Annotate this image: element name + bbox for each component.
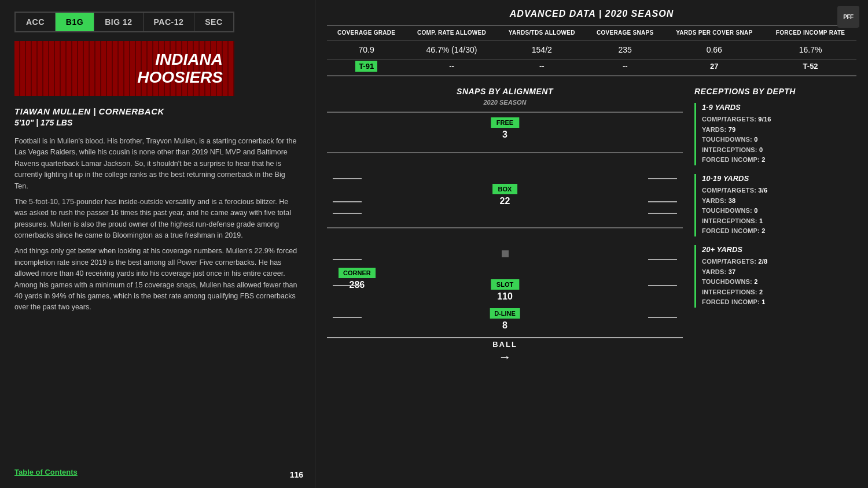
advanced-header: Advanced Data | 2020 Season: [327, 9, 856, 19]
bio-p1: Football is in Mullen's blood. His broth…: [14, 136, 300, 192]
rank-comp-rate: --: [406, 60, 497, 76]
val-coverage-grade: 70.9: [327, 40, 406, 60]
snaps-subtitle: 2020 SEASON: [327, 99, 683, 106]
col-yards-per-snap: YARDS PER COVER SNAP: [664, 25, 764, 40]
depth-group-1-9: 1-9 YARDS COMP/TARGETS: 9/16 YARDS: 79 T…: [694, 103, 856, 165]
tab-acc[interactable]: ACC: [16, 13, 56, 31]
stats-rank-row: T-91 -- -- -- 27 T-52: [327, 60, 856, 76]
player-info: TIAWAN MULLEN | CORNERBACK 5'10" | 175 L…: [14, 106, 300, 127]
depth-yards-1: YARDS: 79: [702, 125, 856, 135]
player-bio: Football is in Mullen's blood. His broth…: [14, 136, 300, 468]
val-yards-per-snap: 0.66: [664, 40, 764, 60]
depth-range-2: 10-19 YARDS: [702, 174, 856, 183]
depth-comp-3: COMP/TARGETS: 2/8: [702, 257, 856, 267]
align-slot: SLOT 110: [491, 279, 519, 302]
page-number: 116: [290, 470, 303, 479]
depth-range-3: 20+ YARDS: [702, 245, 856, 254]
team-banner: INDIANA HOOSIERS: [14, 41, 234, 96]
slot-label: SLOT: [491, 279, 519, 290]
corner-label: CORNER: [339, 268, 376, 278]
depth-fi-2: FORCED INCOMP: 2: [702, 226, 856, 236]
align-box: BOX 22: [492, 184, 518, 206]
snaps-section: SNAPS BY ALIGNMENT 2020 SEASON FREE 3: [327, 87, 683, 479]
col-comp-rate: COMP. RATE ALLOWED: [406, 25, 497, 40]
free-count: 3: [502, 130, 507, 140]
depth-int-2: INTERCEPTIONS: 1: [702, 216, 856, 227]
left-panel: ACC B1G BIG 12 PAC-12 SEC INDIANA HOOSIE…: [0, 0, 315, 488]
val-forced-incomp: 16.7%: [764, 40, 856, 60]
toc-link[interactable]: Table of Contents: [14, 468, 300, 476]
alignment-chart: FREE 3 BOX 22: [327, 112, 683, 360]
depth-td-1: TOUCHDOWNS: 0: [702, 135, 856, 145]
right-panel: PFF Advanced Data | 2020 Season COVERAGE…: [315, 0, 868, 488]
col-coverage-grade: COVERAGE GRADE: [327, 25, 406, 40]
depth-int-1: INTERCEPTIONS: 0: [702, 145, 856, 156]
align-free: FREE 3: [491, 117, 519, 140]
rank-yards-per-snap: 27: [664, 60, 764, 76]
depth-comp-2: COMP/TARGETS: 3/6: [702, 186, 856, 196]
val-yards-tds: 154/2: [498, 40, 586, 60]
bio-p3: And things only get better when looking …: [14, 246, 300, 313]
depth-fi-3: FORCED INCOMP: 1: [702, 297, 856, 308]
pff-logo: PFF: [837, 6, 859, 28]
team-name: INDIANA HOOSIERS: [137, 51, 234, 87]
val-coverage-snaps: 235: [586, 40, 664, 60]
align-corner: CORNER 286: [339, 268, 376, 290]
depth-td-2: TOUCHDOWNS: 0: [702, 206, 856, 216]
snaps-title: SNAPS BY ALIGNMENT: [327, 87, 683, 96]
depth-section: RECEPTIONS BY DEPTH 1-9 YARDS COMP/TARGE…: [694, 87, 856, 479]
free-label: FREE: [491, 117, 519, 128]
tab-big12[interactable]: BIG 12: [94, 13, 143, 31]
dline-count: 8: [502, 320, 507, 331]
box-label: BOX: [492, 184, 518, 194]
depth-comp-1: COMP/TARGETS: 9/16: [702, 114, 856, 125]
depth-group-20plus: 20+ YARDS COMP/TARGETS: 2/8 YARDS: 37 TO…: [694, 245, 856, 308]
depth-yards-3: YARDS: 37: [702, 267, 856, 278]
val-comp-rate: 46.7% (14/30): [406, 40, 497, 60]
ball-text: BALL: [492, 340, 517, 349]
ball-arrow: →: [498, 350, 511, 365]
depth-td-3: TOUCHDOWNS: 2: [702, 277, 856, 287]
bottom-section: SNAPS BY ALIGNMENT 2020 SEASON FREE 3: [327, 87, 856, 479]
tab-pac12[interactable]: PAC-12: [144, 13, 195, 31]
rank-coverage-snaps: --: [586, 60, 664, 76]
tab-sec[interactable]: SEC: [194, 13, 233, 31]
dline-label: D-LINE: [490, 308, 520, 319]
depth-group-10-19: 10-19 YARDS COMP/TARGETS: 3/6 YARDS: 38 …: [694, 174, 856, 236]
rank-yards-tds: --: [498, 60, 586, 76]
col-coverage-snaps: COVERAGE SNAPS: [586, 25, 664, 40]
ball-label: BALL →: [492, 340, 517, 365]
box-count: 22: [500, 196, 510, 206]
depth-range-1: 1-9 YARDS: [702, 103, 856, 112]
depth-int-3: INTERCEPTIONS: 2: [702, 287, 856, 298]
player-name: TIAWAN MULLEN | CORNERBACK: [14, 106, 300, 116]
depth-title: RECEPTIONS BY DEPTH: [694, 87, 856, 96]
col-yards-tds: YARDS/TDs ALLOWED: [498, 25, 586, 40]
bio-p2: The 5-foot-10, 175-pounder has inside-ou…: [14, 197, 300, 242]
depth-fi-1: FORCED INCOMP: 2: [702, 155, 856, 165]
tab-b1g[interactable]: B1G: [56, 13, 94, 31]
stats-table: COVERAGE GRADE COMP. RATE ALLOWED YARDS/…: [327, 25, 856, 76]
align-dline: D-LINE 8: [490, 308, 520, 331]
rank-forced-incomp: T-52: [764, 60, 856, 76]
rank-coverage-grade: T-91: [327, 60, 406, 76]
conference-tabs: ACC B1G BIG 12 PAC-12 SEC: [14, 12, 234, 32]
depth-yards-2: YARDS: 38: [702, 196, 856, 206]
slot-count: 110: [497, 291, 513, 302]
stats-value-row: 70.9 46.7% (14/30) 154/2 235 0.66 16.7%: [327, 40, 856, 60]
player-size: 5'10" | 175 LBS: [14, 118, 300, 127]
